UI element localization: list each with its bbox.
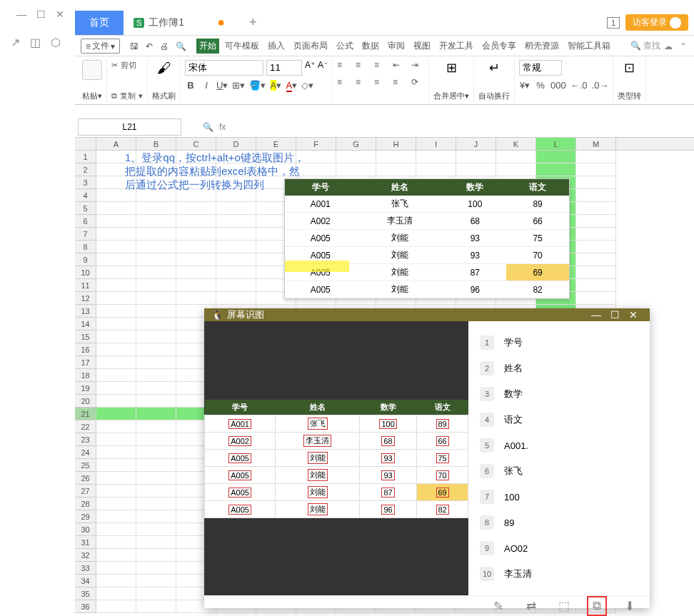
cell[interactable] bbox=[136, 318, 176, 330]
typeconv-icon[interactable]: ⊡ bbox=[624, 60, 635, 76]
row-header[interactable]: 22 bbox=[75, 420, 96, 433]
cell[interactable] bbox=[576, 228, 616, 241]
row-header[interactable]: 1 bbox=[75, 151, 96, 163]
wrap-icon[interactable]: ↵ bbox=[489, 60, 500, 76]
cell[interactable] bbox=[136, 279, 176, 292]
column-header[interactable]: C bbox=[176, 138, 216, 150]
align-top-icon[interactable]: ≡ bbox=[337, 60, 350, 74]
cell[interactable] bbox=[456, 151, 496, 163]
shape-icon[interactable]: ⬡ bbox=[51, 36, 61, 49]
cell[interactable] bbox=[136, 241, 176, 253]
window-restore-icon[interactable]: ☐ bbox=[36, 9, 46, 20]
cell[interactable] bbox=[176, 215, 216, 228]
ribbon-tab-view[interactable]: 视图 bbox=[411, 39, 433, 54]
cell[interactable] bbox=[136, 266, 176, 279]
ribbon-tab-formula[interactable]: 公式 bbox=[333, 39, 356, 54]
ribbon-tab-developer[interactable]: 开发工具 bbox=[436, 39, 476, 54]
undo-icon[interactable]: ↶ bbox=[146, 41, 153, 51]
ribbon-tab-layout[interactable]: 页面布局 bbox=[291, 39, 331, 54]
ribbon-tab-smarttools[interactable]: 智能工具箱 bbox=[565, 39, 613, 54]
row-header[interactable]: 29 bbox=[75, 510, 96, 523]
percent-icon[interactable]: % bbox=[535, 80, 546, 91]
notification-badge[interactable]: 1 bbox=[607, 17, 620, 29]
ocr-result-list[interactable]: 1 学号 2 姓名 3 数学 4 语文 5 A001. 6 张飞 7 100 8… bbox=[468, 321, 650, 595]
ribbon-tab-review[interactable]: 审阅 bbox=[385, 39, 408, 54]
cell[interactable] bbox=[576, 215, 616, 228]
cell[interactable] bbox=[496, 163, 536, 176]
cell[interactable] bbox=[216, 241, 256, 253]
row-header[interactable]: 13 bbox=[75, 305, 96, 318]
row-header[interactable]: 18 bbox=[75, 369, 96, 382]
tab-workbook[interactable]: S 工作簿1 ● bbox=[124, 9, 235, 36]
cell[interactable] bbox=[216, 215, 256, 228]
cell[interactable] bbox=[136, 510, 176, 523]
ocr-copy-button[interactable]: ⧉ bbox=[587, 596, 607, 616]
cell[interactable] bbox=[136, 600, 176, 613]
embedded-table-image[interactable]: 学号姓名数学语文 A001张飞10089A002李玉清6866A005刘能937… bbox=[284, 178, 570, 299]
cell[interactable] bbox=[576, 253, 616, 266]
highlight-button[interactable]: A▾ bbox=[270, 80, 281, 91]
cell[interactable] bbox=[96, 523, 136, 536]
row-header[interactable]: 20 bbox=[75, 395, 96, 408]
clear-format-button[interactable]: ◇▾ bbox=[301, 80, 313, 91]
cell[interactable] bbox=[136, 446, 176, 459]
cell[interactable] bbox=[96, 318, 136, 330]
column-header[interactable]: A bbox=[96, 138, 136, 150]
column-header[interactable]: F bbox=[296, 138, 336, 150]
cell[interactable] bbox=[536, 151, 576, 163]
ocr-close-button[interactable]: ✕ bbox=[624, 309, 643, 320]
cell[interactable] bbox=[136, 369, 176, 382]
cell[interactable] bbox=[336, 151, 376, 163]
align-left-icon[interactable]: ≡ bbox=[337, 77, 350, 91]
cell[interactable] bbox=[216, 279, 256, 292]
row-header[interactable]: 19 bbox=[75, 382, 96, 395]
cell[interactable] bbox=[96, 485, 136, 498]
cell[interactable] bbox=[576, 176, 616, 189]
preview-icon[interactable]: 🔍 bbox=[176, 41, 186, 51]
ocr-result-item[interactable]: 6 张飞 bbox=[480, 458, 638, 484]
column-header[interactable]: D bbox=[216, 138, 256, 150]
row-header[interactable]: 15 bbox=[75, 330, 96, 343]
cell[interactable] bbox=[576, 279, 616, 292]
ocr-result-item[interactable]: 1 学号 bbox=[480, 330, 638, 355]
cut-button[interactable]: ✂剪切 bbox=[111, 60, 136, 71]
row-header[interactable]: 34 bbox=[75, 575, 96, 587]
cell[interactable] bbox=[96, 600, 136, 613]
ocr-edit-button[interactable]: ✎ bbox=[488, 596, 508, 616]
tab-home[interactable]: 首页 bbox=[75, 11, 124, 35]
ocr-result-item[interactable]: 3 数学 bbox=[480, 381, 638, 407]
bold-button[interactable]: B bbox=[185, 80, 196, 91]
column-header[interactable]: G bbox=[336, 138, 376, 150]
cell[interactable] bbox=[576, 292, 616, 305]
align-middle-icon[interactable]: ≡ bbox=[356, 60, 368, 74]
cell[interactable] bbox=[176, 292, 216, 305]
cell[interactable] bbox=[136, 587, 176, 600]
share-arrow-icon[interactable]: ↗ bbox=[11, 36, 20, 49]
cell[interactable] bbox=[96, 343, 136, 356]
cell[interactable] bbox=[96, 253, 136, 266]
collapse-icon[interactable]: ⌃ bbox=[680, 41, 687, 51]
cell[interactable] bbox=[96, 202, 136, 215]
row-header[interactable]: 11 bbox=[75, 279, 96, 292]
ocr-translate-button[interactable]: ⇄ bbox=[521, 596, 541, 616]
ocr-result-item[interactable]: 10 李玉清 bbox=[480, 561, 638, 587]
cell[interactable] bbox=[136, 215, 176, 228]
row-header[interactable]: 36 bbox=[75, 600, 96, 613]
cell[interactable] bbox=[136, 202, 176, 215]
column-header[interactable]: J bbox=[456, 138, 496, 150]
cell[interactable] bbox=[176, 241, 216, 253]
merge-icon[interactable]: ⊞ bbox=[446, 60, 457, 76]
cell[interactable] bbox=[96, 549, 136, 562]
cell[interactable] bbox=[136, 343, 176, 356]
row-header[interactable]: 21 bbox=[75, 408, 96, 420]
cell[interactable] bbox=[336, 163, 376, 176]
indent-left-icon[interactable]: ⇤ bbox=[393, 60, 406, 74]
row-header[interactable]: 32 bbox=[75, 549, 96, 562]
cell[interactable] bbox=[136, 395, 176, 408]
cell[interactable] bbox=[216, 253, 256, 266]
cell[interactable] bbox=[96, 356, 136, 369]
row-header[interactable]: 2 bbox=[75, 163, 96, 176]
cell[interactable] bbox=[456, 163, 496, 176]
column-header[interactable]: B bbox=[136, 138, 176, 150]
ribbon-tab-resources[interactable]: 稻壳资源 bbox=[522, 39, 562, 54]
